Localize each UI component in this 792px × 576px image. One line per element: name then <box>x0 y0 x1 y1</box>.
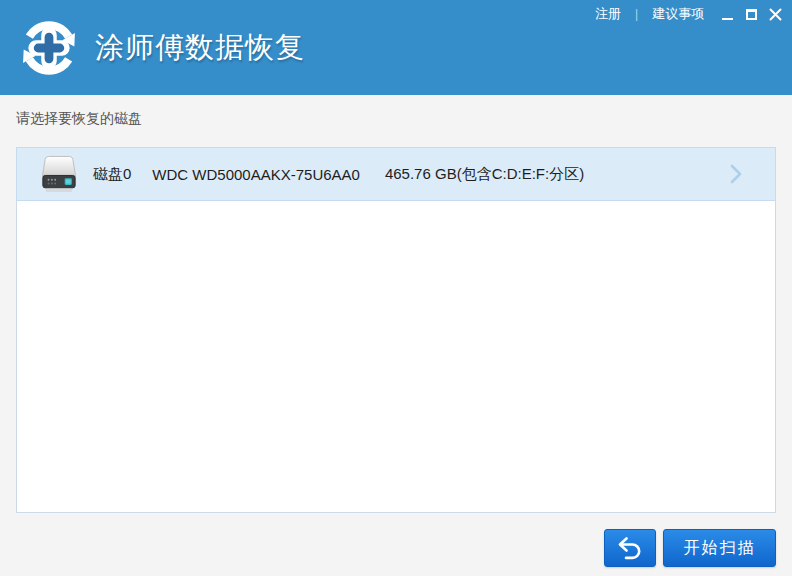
page-title: 涂师傅数据恢复 <box>95 28 305 68</box>
disk-list-panel: 磁盘0 WDC WD5000AAKX-75U6AA0 465.76 GB(包含C… <box>16 147 776 513</box>
start-scan-button[interactable]: 开始扫描 <box>663 529 776 567</box>
back-button[interactable] <box>604 529 656 567</box>
links-divider: | <box>635 7 638 21</box>
chevron-right-icon <box>729 164 743 184</box>
disk-select-prompt: 请选择要恢复的磁盘 <box>16 110 142 128</box>
disk-model: WDC WD5000AAKX-75U6AA0 <box>152 166 360 183</box>
titlebar-links: 注册 | 建议事项 <box>595 5 704 23</box>
disk-capacity: 465.76 GB(包含C:D:E:F:分区) <box>385 165 584 184</box>
register-link[interactable]: 注册 <box>595 5 621 23</box>
disk-name: 磁盘0 <box>93 165 131 184</box>
app-logo-sync-plus-icon <box>18 17 80 79</box>
hard-drive-icon <box>40 154 78 195</box>
undo-arrow-icon <box>617 537 643 560</box>
close-icon[interactable] <box>769 8 782 21</box>
app-window: 涂师傅数据恢复 注册 | 建议事项 请选择要恢复的磁盘 <box>0 0 792 576</box>
minimize-icon[interactable] <box>721 8 734 21</box>
maximize-icon[interactable] <box>745 8 758 21</box>
disk-row[interactable]: 磁盘0 WDC WD5000AAKX-75U6AA0 465.76 GB(包含C… <box>16 147 776 201</box>
app-header: 涂师傅数据恢复 注册 | 建议事项 <box>0 0 792 95</box>
window-controls <box>721 6 782 22</box>
suggestions-link[interactable]: 建议事项 <box>652 5 704 23</box>
